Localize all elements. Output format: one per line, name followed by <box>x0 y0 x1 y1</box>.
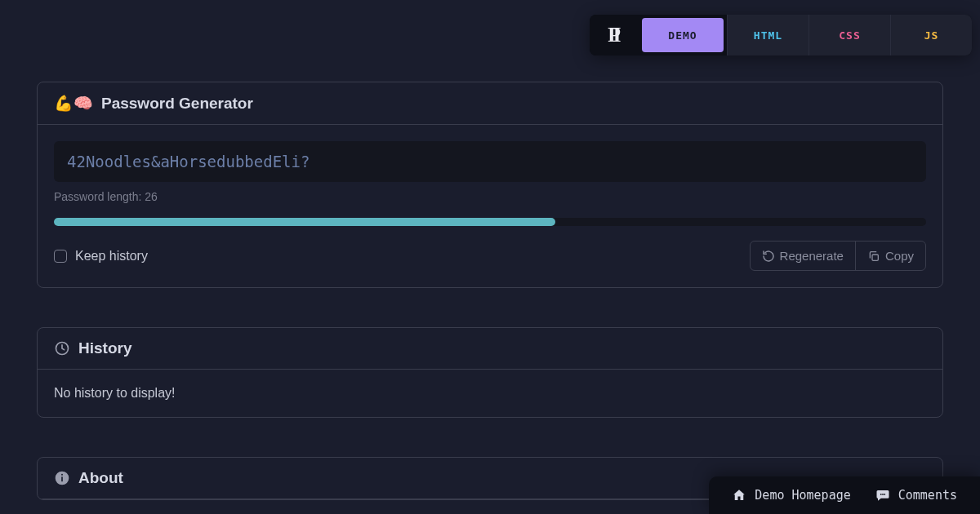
demo-homepage-label: Demo Homepage <box>755 488 850 503</box>
tab-css[interactable]: CSS <box>808 15 890 55</box>
svg-point-6 <box>61 474 63 476</box>
password-length-label: Password length: 26 <box>54 190 926 203</box>
panel-generator-title: Password Generator <box>101 95 253 113</box>
history-body: No history to display! <box>38 370 942 417</box>
info-icon <box>54 470 70 486</box>
panel-generator: 💪🧠 Password Generator 42Noodles&aHorsedu… <box>37 82 943 288</box>
tab-html[interactable]: HTML <box>727 15 808 55</box>
panel-generator-body: 42Noodles&aHorsedubbedEli? Password leng… <box>38 125 942 287</box>
button-group: Regenerate Copy <box>750 241 926 271</box>
actions-row: Keep history Regenerate <box>54 241 926 271</box>
keep-history-label: Keep history <box>75 249 148 264</box>
panel-history-title: History <box>78 339 131 357</box>
svg-rect-5 <box>61 476 63 481</box>
top-toolbar: P I DEMO HTML CSS JS <box>590 15 972 55</box>
panel-about-title: About <box>78 469 123 487</box>
home-icon <box>732 488 746 503</box>
copy-button[interactable]: Copy <box>855 241 925 270</box>
regenerate-button[interactable]: Regenerate <box>751 241 855 270</box>
tab-demo[interactable]: DEMO <box>642 18 724 52</box>
panel-generator-header: 💪🧠 Password Generator <box>38 82 942 125</box>
clock-icon <box>54 340 70 357</box>
panel-history-header: History <box>38 328 942 370</box>
comments-icon <box>875 488 890 503</box>
svg-rect-2 <box>872 255 878 260</box>
checkbox-icon <box>54 250 67 263</box>
comments-label: Comments <box>898 488 957 503</box>
logo[interactable]: P I <box>590 15 639 55</box>
svg-point-7 <box>880 494 882 495</box>
logo-icon: P I <box>603 24 626 47</box>
copy-icon <box>867 250 880 263</box>
history-empty-text: No history to display! <box>54 386 176 400</box>
copy-label: Copy <box>885 249 914 263</box>
keep-history-checkbox[interactable]: Keep history <box>54 249 148 264</box>
comments-link[interactable]: Comments <box>875 488 957 503</box>
length-slider[interactable] <box>54 218 926 226</box>
length-slider-fill <box>54 218 555 226</box>
password-output[interactable]: 42Noodles&aHorsedubbedEli? <box>54 141 926 182</box>
svg-point-8 <box>882 494 884 495</box>
demo-homepage-link[interactable]: Demo Homepage <box>732 488 850 503</box>
emoji-icons: 💪🧠 <box>54 94 93 113</box>
main-content: 💪🧠 Password Generator 42Noodles&aHorsedu… <box>0 0 980 500</box>
svg-point-9 <box>884 494 885 495</box>
tab-js[interactable]: JS <box>890 15 972 55</box>
bottom-bar: Demo Homepage Comments <box>709 476 980 514</box>
panel-history: History No history to display! <box>37 327 943 418</box>
regenerate-label: Regenerate <box>780 249 844 263</box>
refresh-icon <box>762 250 775 263</box>
svg-text:I: I <box>613 24 621 47</box>
